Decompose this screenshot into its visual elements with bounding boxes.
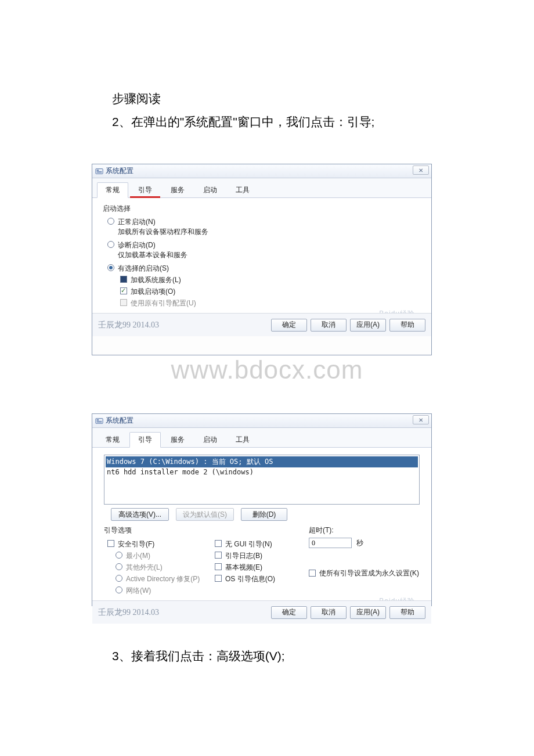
titlebar[interactable]: 系统配置 ✕ (92, 164, 431, 178)
instruction-step-three: 3、接着我们点击：高级选项(V); (112, 648, 285, 664)
checkbox-load-system-services-label: 加载系统服务(L) (131, 275, 181, 285)
checkbox-safeboot[interactable]: 安全引导(F) (107, 539, 210, 549)
tab-strip: 常规 引导 服务 启动 工具 (92, 178, 431, 198)
svg-rect-2 (96, 171, 102, 172)
page-watermark: www.bdocx.com (0, 355, 534, 384)
radio-icon (107, 241, 114, 248)
checkbox-load-system-services[interactable]: 加载系统服务(L) (120, 275, 421, 285)
help-button[interactable]: 帮助 (389, 606, 425, 619)
checkbox-icon (120, 287, 127, 294)
tab-startup[interactable]: 启动 (194, 432, 226, 448)
checkbox-nogui-label: 无 GUI 引导(N) (225, 539, 272, 549)
boot-entries-listbox[interactable]: Windows 7 (C:\Windows) : 当前 OS; 默认 OS nt… (104, 455, 420, 505)
tab-services[interactable]: 服务 (162, 432, 193, 448)
diag-startup-desc: 仅加载基本设备和服务 (118, 250, 421, 260)
radio-safeboot-altshell: 其他外壳(L) (116, 563, 210, 573)
normal-startup-desc: 加载所有设备驱动程序和服务 (118, 227, 421, 237)
author-signature: 壬辰龙99 2014.03 (98, 607, 159, 618)
boot-entry[interactable]: nt6 hdd installer mode 2 (\windows) (106, 467, 418, 477)
timeout-input[interactable] (309, 538, 352, 548)
checkbox-osbootinfo[interactable]: OS 引导信息(O) (215, 574, 309, 584)
close-icon: ✕ (418, 417, 423, 423)
apply-button[interactable]: 应用(A) (350, 319, 386, 332)
checkbox-basevideo[interactable]: 基本视频(E) (215, 563, 309, 573)
radio-safeboot-minimal: 最小(M) (116, 551, 210, 561)
timeout-label: 超时(T): (309, 525, 421, 535)
apply-button[interactable]: 应用(A) (350, 606, 386, 619)
svg-rect-1 (96, 170, 99, 171)
checkbox-use-original-boot-config-label: 使用原有引导配置(U) (131, 298, 196, 308)
radio-normal-startup-row[interactable]: 正常启动(N) (107, 217, 421, 227)
svg-rect-3 (96, 172, 102, 172)
radio-diag-startup-row[interactable]: 诊断启动(D) (107, 240, 421, 250)
dialog-bottom-bar: 壬辰龙99 2014.03 确定 取消 应用(A) 帮助 (92, 600, 431, 624)
tab-general[interactable]: 常规 (97, 182, 128, 198)
radio-icon (116, 563, 122, 570)
author-signature: 壬辰龙99 2014.03 (98, 320, 159, 330)
checkbox-icon (215, 540, 222, 547)
tab-boot[interactable]: 引导 (129, 182, 161, 198)
window-title: 系统配置 (106, 166, 134, 176)
instruction-step-two: 2、在弹出的"系统配置"窗口中，我们点击：引导; (112, 114, 374, 130)
radio-icon (107, 264, 114, 271)
boot-panel: Windows 7 (C:\Windows) : 当前 OS; 默认 OS nt… (92, 448, 431, 624)
radio-diag-startup-label: 诊断启动(D) (118, 240, 156, 250)
radio-icon (116, 575, 122, 582)
tab-general[interactable]: 常规 (97, 432, 128, 448)
cancel-button[interactable]: 取消 (311, 606, 347, 619)
checkbox-icon (120, 276, 127, 283)
svg-rect-6 (96, 421, 102, 422)
svg-rect-5 (96, 419, 99, 420)
checkbox-bootlog-label: 引导日志(B) (225, 551, 262, 561)
tab-tools[interactable]: 工具 (227, 432, 258, 448)
radio-selective-startup-label: 有选择的启动(S) (118, 264, 169, 273)
app-icon (95, 416, 103, 425)
radio-safeboot-altshell-label: 其他外壳(L) (126, 563, 163, 573)
tab-services[interactable]: 服务 (162, 182, 193, 198)
radio-safeboot-adrepair: Active Directory 修复(P) (116, 574, 210, 584)
dialog-bottom-bar: 壬辰龙99 2014.03 确定 取消 应用(A) 帮助 (92, 313, 431, 336)
checkbox-bootlog[interactable]: 引导日志(B) (215, 551, 309, 561)
close-button[interactable]: ✕ (413, 415, 429, 424)
checkbox-icon (215, 575, 222, 582)
checkbox-icon (309, 570, 316, 577)
radio-selective-startup-row[interactable]: 有选择的启动(S) (107, 264, 421, 273)
close-button[interactable]: ✕ (413, 165, 429, 175)
app-icon (95, 167, 103, 175)
boot-entry-selected[interactable]: Windows 7 (C:\Windows) : 当前 OS; 默认 OS (106, 456, 418, 467)
checkbox-nogui[interactable]: 无 GUI 引导(N) (215, 539, 309, 549)
window-title: 系统配置 (106, 416, 134, 426)
ok-button[interactable]: 确定 (271, 606, 307, 619)
cancel-button[interactable]: 取消 (311, 319, 347, 332)
svg-rect-7 (96, 422, 102, 422)
radio-safeboot-minimal-label: 最小(M) (126, 551, 150, 561)
delete-button[interactable]: 删除(D) (241, 508, 287, 521)
checkbox-load-startup-items[interactable]: 加载启动项(O) (120, 287, 421, 297)
help-button[interactable]: 帮助 (389, 319, 425, 332)
timeout-unit: 秒 (356, 538, 363, 548)
startup-selection-label: 启动选择 (103, 204, 421, 214)
checkbox-make-permanent-label: 使所有引导设置成为永久设置(K) (319, 569, 419, 577)
boot-options-label: 引导选项 (104, 525, 309, 535)
msconfig-dialog-general: 系统配置 ✕ 常规 引导 服务 启动 工具 启动选择 正常启动(N) 加载所有设… (92, 164, 432, 355)
general-panel: 启动选择 正常启动(N) 加载所有设备驱动程序和服务 诊断启动(D) 仅加载基本… (92, 198, 431, 336)
radio-icon (116, 586, 122, 593)
close-icon: ✕ (418, 167, 423, 174)
checkbox-load-startup-items-label: 加载启动项(O) (131, 287, 175, 297)
checkbox-make-permanent[interactable]: 使所有引导设置成为永久设置(K) (309, 569, 421, 577)
checkbox-use-original-boot-config: 使用原有引导配置(U) (120, 298, 421, 308)
tab-strip: 常规 引导 服务 启动 工具 (92, 428, 431, 448)
set-default-button: 设为默认值(S) (176, 508, 234, 521)
instruction-step-read: 步骤阅读 (112, 91, 161, 107)
tab-startup[interactable]: 启动 (194, 182, 226, 198)
msconfig-dialog-boot: 系统配置 ✕ 常规 引导 服务 启动 工具 Windows 7 (C:\Wind… (92, 413, 432, 606)
checkbox-icon (107, 540, 114, 547)
titlebar[interactable]: 系统配置 ✕ (92, 414, 431, 428)
ok-button[interactable]: 确定 (271, 319, 307, 332)
tab-tools[interactable]: 工具 (227, 182, 258, 198)
checkbox-icon (215, 563, 222, 570)
radio-icon (116, 552, 122, 559)
advanced-options-button[interactable]: 高级选项(V)... (111, 508, 169, 521)
radio-safeboot-adrepair-label: Active Directory 修复(P) (126, 574, 200, 584)
tab-boot[interactable]: 引导 (129, 432, 161, 448)
